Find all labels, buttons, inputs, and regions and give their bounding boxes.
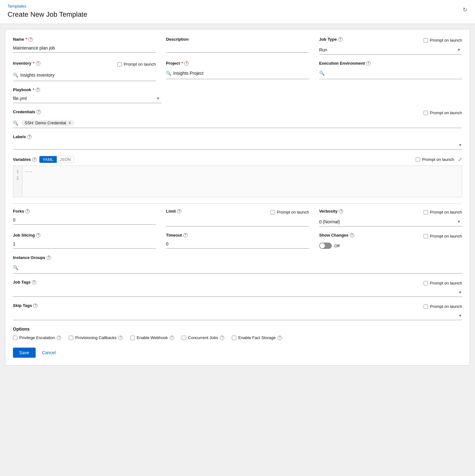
concurrent-jobs-help-icon[interactable]: ? <box>220 336 224 340</box>
concurrent-jobs-checkbox[interactable] <box>182 336 186 340</box>
inventory-prompt-checkbox[interactable] <box>117 62 122 67</box>
timeout-help-icon[interactable]: ? <box>183 233 188 238</box>
variables-label-group: Variables ? YAML JSON <box>13 156 74 163</box>
skip-tags-prompt-label: Prompt on launch <box>430 304 462 309</box>
show-changes-help-icon[interactable]: ? <box>350 233 354 238</box>
job-tags-help-icon[interactable]: ? <box>32 280 36 285</box>
playbook-select[interactable]: file.yml <box>13 94 161 103</box>
options-list: Privilege Escalation ? Provisioning Call… <box>13 335 462 340</box>
forks-input[interactable] <box>13 215 156 225</box>
enable-webhook-help-icon[interactable]: ? <box>170 336 174 340</box>
timeout-input[interactable] <box>166 239 309 249</box>
history-button[interactable]: ↻ <box>463 6 467 13</box>
name-input[interactable] <box>13 44 156 53</box>
show-changes-prompt-checkbox[interactable] <box>424 234 428 238</box>
code-editor[interactable]: 1 2 --- <box>13 166 462 197</box>
verbosity-prompt-checkbox[interactable] <box>424 210 428 214</box>
cancel-button[interactable]: Cancel <box>41 348 57 358</box>
inventory-help-icon[interactable]: ? <box>36 61 40 66</box>
forks-help-icon[interactable]: ? <box>25 209 30 214</box>
limit-input[interactable] <box>166 217 309 226</box>
enable-fact-storage-label: Enable Fact Storage <box>238 335 276 340</box>
json-tab-button[interactable]: JSON <box>57 156 74 163</box>
instance-groups-help-icon[interactable]: ? <box>47 256 51 260</box>
inventory-input[interactable] <box>20 71 156 79</box>
divider-1 <box>13 203 462 204</box>
inventory-header: Inventory * ? Prompt on launch <box>13 61 156 68</box>
playbook-select-wrapper: file.yml ▼ <box>13 94 161 103</box>
skip-tags-help-icon[interactable]: ? <box>33 303 38 308</box>
privilege-escalation-checkbox[interactable] <box>13 336 17 340</box>
job-slicing-input[interactable] <box>13 239 156 249</box>
credentials-group: Credentials ? Prompt on launch 🔍 SSH: De… <box>13 109 462 128</box>
limit-prompt-checkbox[interactable] <box>271 210 275 214</box>
verbosity-help-icon[interactable]: ? <box>339 209 343 214</box>
execution-env-label: Execution Environment ? <box>319 61 462 66</box>
line-1: 1 <box>16 168 19 175</box>
credentials-prompt-label: Prompt on launch <box>430 110 462 115</box>
enable-fact-storage-checkbox[interactable] <box>232 336 236 340</box>
instance-groups-input[interactable] <box>20 263 462 272</box>
provisioning-callbacks-label: Provisioning Callbacks <box>75 335 116 340</box>
description-label: Description <box>166 37 309 42</box>
limit-prompt-wrapper: Prompt on launch <box>271 210 309 214</box>
inventory-group: Inventory * ? Prompt on launch 🔍 <box>13 61 156 81</box>
forks-group: Forks ? <box>13 209 156 225</box>
job-tags-input-wrapper[interactable]: ▼ <box>13 288 462 297</box>
page-title: Create New Job Template <box>8 10 467 19</box>
skip-tags-prompt-checkbox[interactable] <box>424 304 428 309</box>
timeout-group: Timeout ? <box>166 233 309 249</box>
job-slicing-help-icon[interactable]: ? <box>36 233 40 238</box>
labels-arrow-icon: ▼ <box>458 143 462 147</box>
provisioning-callbacks-checkbox[interactable] <box>69 336 73 340</box>
expand-icon[interactable]: ⤢ <box>458 156 462 162</box>
execution-env-input[interactable] <box>326 69 462 78</box>
labels-help-icon[interactable]: ? <box>27 135 32 139</box>
name-group: Name * ? <box>13 37 156 53</box>
variables-prompt-wrapper: Prompt on launch <box>416 157 454 162</box>
variables-tab-group: YAML JSON <box>39 156 74 163</box>
line-numbers: 1 2 <box>13 166 22 197</box>
credentials-prompt-checkbox[interactable] <box>424 111 428 115</box>
verbosity-prompt-label: Prompt on launch <box>430 210 462 214</box>
job-type-select[interactable]: Run Check <box>319 45 462 54</box>
privilege-escalation-help-icon[interactable]: ? <box>57 336 61 340</box>
skip-tags-label: Skip Tags ? <box>13 303 38 308</box>
show-changes-toggle[interactable] <box>319 243 332 249</box>
job-type-prompt-checkbox[interactable] <box>424 38 428 43</box>
save-button[interactable]: Save <box>13 348 36 358</box>
code-content[interactable]: --- <box>22 166 462 197</box>
line-2: 2 <box>16 175 19 182</box>
description-input[interactable] <box>166 44 309 53</box>
breadcrumb[interactable]: Templates <box>8 4 467 9</box>
verbosity-select-wrapper: 0 (Normal) 1 (Verbose) 2 (More Verbose) … <box>319 217 462 226</box>
credential-tag-remove[interactable]: ✕ <box>68 121 71 125</box>
playbook-help-icon[interactable]: ? <box>36 88 40 92</box>
inventory-prompt-label: Prompt on launch <box>124 62 156 67</box>
project-input[interactable] <box>173 69 309 78</box>
project-help-icon[interactable]: ? <box>184 61 189 66</box>
enable-fact-storage-help-icon[interactable]: ? <box>278 336 282 340</box>
credentials-help-icon[interactable]: ? <box>37 110 41 114</box>
enable-webhook-checkbox[interactable] <box>130 336 135 340</box>
skip-tags-group: Skip Tags ? Prompt on launch ▼ <box>13 303 462 320</box>
job-type-prompt-label: Prompt on launch <box>430 38 462 43</box>
execution-env-help-icon[interactable]: ? <box>366 61 371 66</box>
name-help-icon[interactable]: ? <box>28 37 33 42</box>
job-tags-prompt-checkbox[interactable] <box>424 281 428 285</box>
show-changes-header: Show Changes ? Prompt on launch <box>319 233 462 239</box>
variables-prompt-checkbox[interactable] <box>416 157 420 162</box>
variables-right: Prompt on launch ⤢ <box>416 156 462 162</box>
labels-input-wrapper[interactable]: ▼ <box>13 141 462 150</box>
playbook-group: Playbook * ? file.yml ▼ <box>13 87 161 103</box>
footer-actions: Save Cancel <box>13 348 462 358</box>
job-type-help-icon[interactable]: ? <box>338 37 343 42</box>
credential-tag: SSH: Demo Credential ✕ <box>21 120 74 126</box>
skip-tags-input-wrapper[interactable]: ▼ <box>13 312 462 320</box>
variables-prompt-label: Prompt on launch <box>422 157 454 162</box>
provisioning-callbacks-help-icon[interactable]: ? <box>118 336 123 340</box>
verbosity-select[interactable]: 0 (Normal) 1 (Verbose) 2 (More Verbose) … <box>319 217 462 226</box>
variables-help-icon[interactable]: ? <box>32 157 37 162</box>
limit-help-icon[interactable]: ? <box>177 209 181 214</box>
yaml-tab-button[interactable]: YAML <box>39 156 56 163</box>
